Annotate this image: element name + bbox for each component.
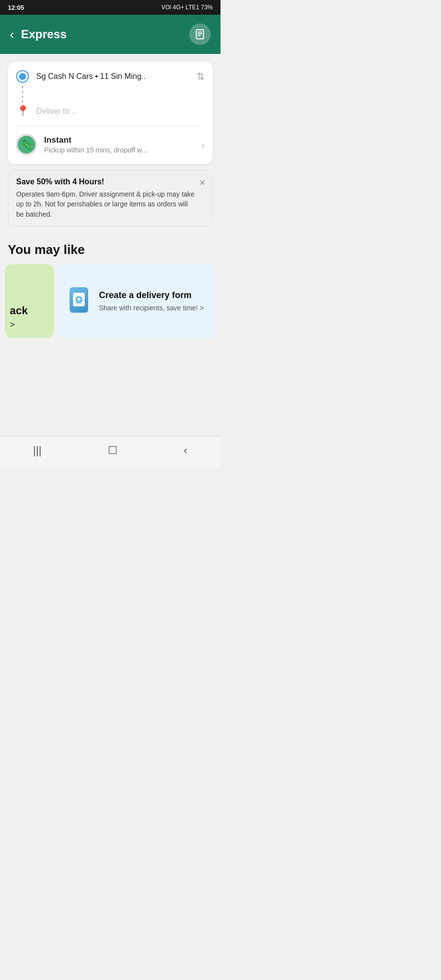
delivery-form-subtitle: Share with recipients, save time! > [99,304,208,312]
dotted-line [22,86,23,102]
header: ‹ Express [0,15,220,54]
destination-row[interactable]: 📍 Deliver to... [16,106,205,119]
origin-dot [17,71,28,82]
dotted-connector-row [16,84,205,106]
route-card: Sg Cash N Cars • 11 Sin Ming.. ⇅ 📍 Deliv… [8,62,213,164]
status-icons: VOl 4G+ LTE1 73% [161,4,213,11]
svg-text:🦎: 🦎 [21,139,33,151]
delivery-form-icon [66,285,92,317]
delivery-form-text: Create a delivery form Share with recipi… [99,290,208,312]
promo-body: Operates 9am-6pm. Driver assignment & pi… [16,189,195,219]
you-may-like-title: You may like [0,232,220,264]
back-card[interactable]: ack > [5,264,54,338]
back-button[interactable]: ‹ [10,27,14,42]
instant-chevron-icon: › [201,139,205,151]
instant-row[interactable]: 🦎 Instant Pickup within 15 mins, dropoff… [16,126,205,164]
destination-icon-col: 📍 [16,106,29,117]
status-bar: 12:05 VOl 4G+ LTE1 73% [0,0,220,15]
promo-close-button[interactable]: × [199,177,205,187]
instant-avatar: 🦎 [16,134,37,155]
promo-title: Save 50% with 4 Hours! [16,177,195,186]
receipt-icon-button[interactable] [189,24,211,45]
delivery-form-title: Create a delivery form [99,290,208,301]
status-time: 12:05 [8,4,24,11]
origin-icon-col [16,71,29,82]
svg-rect-10 [76,302,82,303]
instant-text: Instant Pickup within 15 mins, dropoff w… [44,135,195,154]
promo-banner: Save 50% with 4 Hours! Operates 9am-6pm.… [8,170,213,226]
dotted-line-col [16,84,29,104]
nav-back-button[interactable]: ‹ [174,441,197,460]
receipt-icon [195,29,205,40]
back-card-link: > [10,320,49,330]
bottom-nav: ||| ☐ ‹ [0,436,220,467]
origin-row[interactable]: Sg Cash N Cars • 11 Sin Ming.. ⇅ [16,71,205,84]
back-card-title: ack [10,305,49,317]
nav-menu-button[interactable]: ||| [24,441,51,460]
destination-pin-icon: 📍 [16,106,29,117]
form-icon-svg [68,287,90,315]
destination-placeholder: Deliver to... [36,107,205,116]
nav-home-button[interactable]: ☐ [98,441,127,460]
promo-text: Save 50% with 4 Hours! Operates 9am-6pm.… [16,177,195,219]
delivery-form-card[interactable]: Create a delivery form Share with recipi… [58,264,216,338]
origin-text: Sg Cash N Cars • 11 Sin Ming.. [36,72,190,81]
instant-subtitle: Pickup within 15 mins, dropoff w... [44,146,195,154]
recommendation-cards-row: ack > [0,264,220,338]
page-title: Express [21,27,189,41]
swap-icon[interactable]: ⇅ [196,71,205,82]
battery-icon: VOl 4G+ LTE1 73% [161,4,213,11]
main-content: Sg Cash N Cars • 11 Sin Ming.. ⇅ 📍 Deliv… [0,62,220,436]
bottom-space [0,338,220,436]
instant-delivery-icon: 🦎 [18,136,35,153]
instant-title: Instant [44,135,195,145]
